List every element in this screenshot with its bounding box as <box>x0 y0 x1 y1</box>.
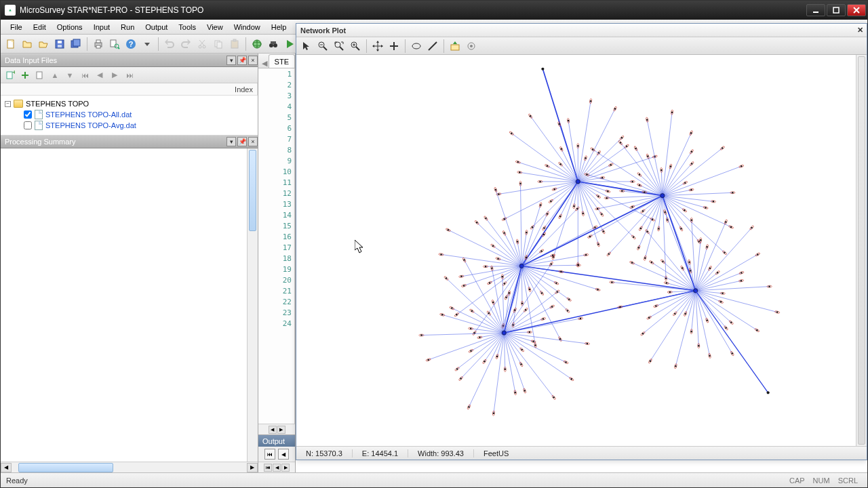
panel-menu-icon[interactable]: ▾ <box>226 137 236 146</box>
ellipse-icon[interactable] <box>409 39 424 54</box>
next-icon[interactable]: ▶ <box>281 464 290 472</box>
pan-icon[interactable] <box>370 39 385 54</box>
new-icon[interactable] <box>3 37 18 52</box>
panel-close-icon[interactable]: × <box>248 137 258 146</box>
close-icon[interactable]: ✕ <box>854 25 865 36</box>
line-number: 11 <box>258 177 294 188</box>
close-button[interactable] <box>847 4 866 16</box>
pointer-icon[interactable] <box>299 39 314 54</box>
maximize-button[interactable] <box>827 4 846 16</box>
panel-pin-icon[interactable]: 📌 <box>237 137 247 146</box>
svg-line-374 <box>452 308 504 333</box>
menu-edit[interactable]: Edit <box>28 20 52 34</box>
menu-options[interactable]: Options <box>52 20 88 34</box>
menu-input[interactable]: Input <box>88 20 115 34</box>
save-all-icon[interactable] <box>68 37 83 52</box>
scroll-right-icon[interactable]: ▶ <box>247 463 258 472</box>
prev-icon[interactable]: ◀ <box>278 449 289 460</box>
remove-item-icon[interactable] <box>33 68 47 82</box>
menu-run[interactable]: Run <box>115 20 140 34</box>
svg-point-125 <box>550 201 551 202</box>
svg-point-246 <box>463 285 465 286</box>
svg-line-492 <box>593 149 663 195</box>
plot-canvas[interactable] <box>296 55 867 446</box>
menu-output[interactable]: Output <box>140 20 173 34</box>
scroll-track[interactable] <box>12 463 247 472</box>
scrollbar-thumb[interactable] <box>249 150 256 231</box>
binoculars-icon[interactable] <box>266 37 281 52</box>
folder-open-icon[interactable] <box>36 37 51 52</box>
first-icon[interactable]: ⏮ <box>264 464 272 472</box>
zoom-in-icon[interactable] <box>348 39 363 54</box>
zoom-fit-icon[interactable] <box>332 39 347 54</box>
tree-file-row[interactable]: STEPHENS TOPO-Avg.dat <box>5 120 254 131</box>
svg-point-473 <box>589 236 591 237</box>
svg-line-347 <box>484 333 504 361</box>
file-link[interactable]: STEPHENS TOPO-Avg.dat <box>45 121 136 129</box>
output-nav[interactable]: ⏮ ◀ <box>258 447 295 462</box>
scrollbar-thumb[interactable] <box>858 56 865 445</box>
collapse-icon[interactable]: − <box>5 101 11 107</box>
zoom-out-icon[interactable] <box>315 39 330 54</box>
svg-line-365 <box>421 333 504 335</box>
menu-view[interactable]: View <box>201 20 229 34</box>
minimize-button[interactable] <box>806 4 825 16</box>
svg-line-577 <box>650 291 696 361</box>
network-plot-window[interactable]: Network Plot ✕ <box>296 23 867 460</box>
plot-vertical-scrollbar[interactable] <box>856 55 867 446</box>
processing-header[interactable]: Processing Summary ▾ 📌 × <box>1 135 258 148</box>
line-number: 22 <box>258 296 294 307</box>
tree-file-row[interactable]: STEPHENS TOPO-All.dat <box>5 109 254 120</box>
first-icon[interactable]: ⏮ <box>264 449 275 460</box>
export-icon[interactable] <box>448 39 462 54</box>
vertical-scrollbar[interactable] <box>247 148 258 462</box>
dropdown-icon[interactable] <box>140 37 155 52</box>
scroll-left-icon[interactable]: ◀ <box>1 463 12 472</box>
menu-tools[interactable]: Tools <box>173 20 201 34</box>
prev-icon[interactable]: ◀ <box>273 464 281 472</box>
panel-pin-icon[interactable]: 📌 <box>237 56 247 65</box>
line-icon[interactable] <box>425 39 440 54</box>
svg-line-501 <box>636 148 663 196</box>
svg-point-506 <box>647 155 648 157</box>
file-checkbox[interactable] <box>24 121 32 129</box>
panel-menu-icon[interactable]: ▾ <box>226 56 236 65</box>
panel-close-icon[interactable]: × <box>248 56 258 65</box>
help-icon[interactable]: ? <box>123 37 138 52</box>
output-header[interactable]: Output <box>258 434 295 447</box>
editor-hscroll-bottom[interactable]: ⏮ ◀ ▶ <box>258 462 295 472</box>
add-point-icon[interactable] <box>387 39 401 54</box>
svg-point-597 <box>669 291 671 293</box>
open-icon[interactable] <box>20 37 35 52</box>
menu-window[interactable]: Window <box>229 20 266 34</box>
data-input-header[interactable]: Data Input Files ▾ 📌 × <box>1 54 258 67</box>
add-file-icon[interactable]: + <box>3 68 17 82</box>
svg-point-291 <box>547 213 548 214</box>
editor-tab[interactable]: STE <box>269 54 295 68</box>
scroll-right-icon[interactable]: ▶ <box>277 426 285 434</box>
save-icon[interactable] <box>52 37 67 52</box>
network-plot-titlebar[interactable]: Network Plot ✕ <box>296 24 867 37</box>
file-tree[interactable]: − STEPHENS TOPO STEPHENS TOPO-All.datSTE… <box>1 96 258 135</box>
tab-scroll-left-icon[interactable]: ◀ <box>261 59 269 68</box>
editor-hscroll[interactable]: ◀ ▶ <box>258 424 295 434</box>
svg-point-66 <box>470 45 473 47</box>
editor-tabstrip[interactable]: ◀ STE <box>258 54 295 68</box>
status-north: 15370.3 <box>315 449 342 458</box>
print-icon[interactable] <box>91 37 106 52</box>
horizontal-scrollbar[interactable]: ◀ ▶ <box>1 462 258 472</box>
file-checkbox[interactable] <box>24 110 32 119</box>
file-link[interactable]: STEPHENS TOPO-All.dat <box>45 110 132 119</box>
globe-icon[interactable] <box>250 37 264 52</box>
tree-root-row[interactable]: − STEPHENS TOPO <box>5 98 254 109</box>
run-icon[interactable] <box>282 37 297 52</box>
svg-line-598 <box>612 282 695 290</box>
scroll-left-icon[interactable]: ◀ <box>269 426 277 434</box>
scrollbar-thumb[interactable] <box>18 463 113 472</box>
menu-help[interactable]: Help <box>266 20 292 34</box>
print-preview-icon[interactable] <box>107 37 122 52</box>
menu-file[interactable]: File <box>5 20 28 34</box>
add-item-icon[interactable] <box>18 68 32 82</box>
svg-line-72 <box>663 196 696 291</box>
titlebar[interactable]: MicroSurvey STAR*NET-PRO - STEPHENS TOPO <box>1 1 867 20</box>
